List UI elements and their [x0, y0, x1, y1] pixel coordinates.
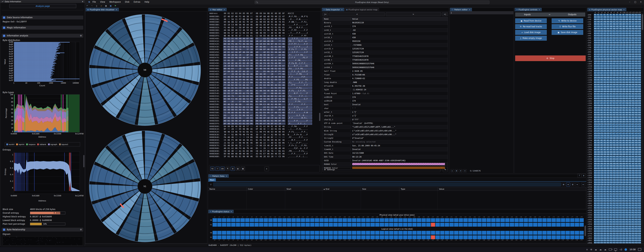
hex-byte[interactable]: 00 — [250, 70, 254, 73]
sector-cell[interactable]: #260 — [610, 53, 613, 55]
sector-cell[interactable]: #1008 — [603, 170, 606, 172]
status-cell[interactable] — [486, 231, 491, 235]
status-cell[interactable] — [268, 223, 273, 227]
sector-cell[interactable]: #803 — [619, 137, 622, 139]
sector-cell[interactable]: #550 — [626, 97, 628, 100]
sector-cell[interactable]: #436 — [597, 81, 600, 83]
hex-byte[interactable]: 0A — [282, 87, 286, 89]
sector-cell[interactable]: #1046 — [628, 174, 632, 176]
status-cell[interactable] — [217, 223, 222, 227]
hex-byte[interactable]: FB — [255, 114, 259, 117]
hex-byte[interactable]: 46 — [259, 32, 263, 34]
sector-cell[interactable]: #301 — [597, 60, 600, 62]
sector-cell[interactable]: #1306 — [597, 216, 600, 218]
sector-cell[interactable]: #1432 — [616, 235, 619, 237]
status-cell[interactable] — [384, 218, 389, 222]
sector-cell[interactable]: #1265 — [610, 209, 613, 211]
pattern-data-column[interactable]: Color — [246, 187, 285, 191]
tray-cloud-icon[interactable]: ☁ — [599, 248, 602, 251]
hex-byte[interactable]: 8F — [255, 46, 259, 48]
sector-cell[interactable]: #841 — [597, 144, 600, 146]
sector-cell[interactable]: #226 — [597, 49, 600, 51]
hex-byte[interactable]: 46 — [282, 51, 286, 53]
sector-cell[interactable]: #740 — [610, 128, 613, 130]
hex-byte[interactable]: 52 — [246, 98, 250, 100]
sector-cell[interactable]: #1463 — [619, 240, 622, 242]
sector-cell[interactable]: #428 — [619, 79, 622, 81]
hex-byte[interactable]: AD — [230, 155, 234, 158]
sector-cell[interactable]: #1181 — [628, 195, 632, 197]
hex-byte[interactable]: 46 — [266, 76, 270, 78]
sector-cell[interactable]: #1373 — [619, 226, 622, 228]
hex-byte[interactable]: 01 — [234, 155, 238, 158]
sector-cell[interactable]: #164 — [638, 37, 641, 39]
sector-cell[interactable]: #1318 — [635, 216, 638, 218]
sector-cell[interactable]: #962 — [600, 163, 603, 165]
hex-byte[interactable]: 06 — [266, 139, 270, 141]
sector-cell[interactable]: #754 — [606, 130, 610, 132]
sector-cell[interactable]: #345 — [594, 67, 597, 69]
sector-cell[interactable]: #422 — [600, 79, 603, 81]
hex-byte[interactable]: 46 — [259, 26, 263, 29]
hex-byte[interactable]: A1 — [255, 111, 259, 114]
sector-cell[interactable]: #105 — [594, 30, 597, 32]
status-cell[interactable] — [324, 235, 328, 240]
sector-cell[interactable]: #135 — [594, 35, 597, 37]
status-cell[interactable] — [444, 235, 449, 240]
flat-list-icon[interactable]: = — [575, 183, 579, 186]
sector-cell[interactable]: #773 — [619, 132, 622, 135]
sector-cell[interactable]: #1041 — [613, 174, 616, 176]
minimize-button[interactable]: – — [627, 1, 632, 3]
hex-byte[interactable]: AF — [246, 54, 250, 56]
sector-cell[interactable]: #594 — [622, 104, 625, 107]
sector-cell[interactable]: #1350 — [594, 223, 597, 225]
sector-cell[interactable]: #182 — [600, 42, 603, 44]
tab-disk-visualiser[interactable]: ▦ FluxEngine disk visualiser✕ — [86, 8, 119, 11]
hex-byte[interactable]: 46 — [227, 95, 231, 97]
sector-cell[interactable]: #762 — [632, 130, 635, 132]
hex-byte[interactable]: A2 — [230, 147, 234, 149]
sector-cell[interactable]: #1138 — [635, 188, 638, 190]
sector-cell[interactable]: #957 — [632, 160, 635, 162]
sector-cell[interactable]: #1427 — [600, 235, 603, 237]
sector-cell[interactable]: #72 — [632, 23, 635, 25]
hex-byte[interactable]: 98 — [246, 18, 250, 20]
sector-cell[interactable]: #840 — [594, 144, 597, 146]
hex-byte[interactable]: 46 — [242, 51, 246, 53]
hex-byte[interactable]: 01 — [234, 54, 238, 56]
tab-close-icon[interactable]: ✕ — [539, 9, 540, 11]
sector-cell[interactable]: #833 — [619, 142, 622, 144]
sector-cell[interactable]: #1083 — [603, 181, 606, 183]
sector-cell[interactable]: #723 — [603, 125, 606, 128]
sector-cell[interactable]: #158 — [619, 37, 622, 39]
sector-cell[interactable]: #186 — [613, 42, 616, 44]
sector-cell[interactable]: #799 — [606, 137, 610, 139]
sector-cell[interactable]: #1190 — [610, 198, 613, 200]
hex-byte[interactable]: 02 — [234, 81, 238, 84]
hex-byte[interactable]: 01 — [250, 90, 254, 92]
sector-cell[interactable]: #949 — [606, 160, 610, 162]
hex-byte[interactable]: 10 — [242, 81, 246, 84]
sector-cell[interactable]: #934 — [606, 158, 610, 160]
sector-cell[interactable]: #1003 — [635, 167, 638, 169]
sector-cell[interactable]: #131 — [628, 32, 632, 34]
sector-cell[interactable]: #266 — [628, 53, 632, 55]
status-cell[interactable] — [431, 223, 436, 227]
sector-cell[interactable]: #400 — [626, 74, 628, 76]
sector-cell[interactable]: #854 — [638, 144, 641, 146]
hex-byte[interactable]: 06 — [227, 153, 231, 155]
hex-byte[interactable]: 4A — [242, 46, 246, 48]
hex-byte[interactable]: E4 — [246, 32, 250, 34]
sector-cell[interactable]: #1268 — [619, 209, 622, 211]
edit-pencil-icon[interactable]: ✎ — [443, 167, 448, 172]
pattern-filter-input[interactable] — [213, 183, 561, 186]
status-cell[interactable] — [574, 235, 579, 240]
status-cell[interactable] — [380, 218, 384, 222]
hex-byte[interactable]: 37 — [278, 81, 282, 84]
sector-cell[interactable]: #710 — [610, 123, 613, 125]
sector-cell[interactable]: #383 — [619, 72, 622, 74]
hex-byte[interactable]: 57 — [246, 125, 250, 128]
sector-cell[interactable]: #732 — [632, 125, 635, 128]
sector-cell[interactable]: #628 — [635, 109, 638, 111]
sector-cell[interactable]: #1239 — [622, 205, 625, 207]
